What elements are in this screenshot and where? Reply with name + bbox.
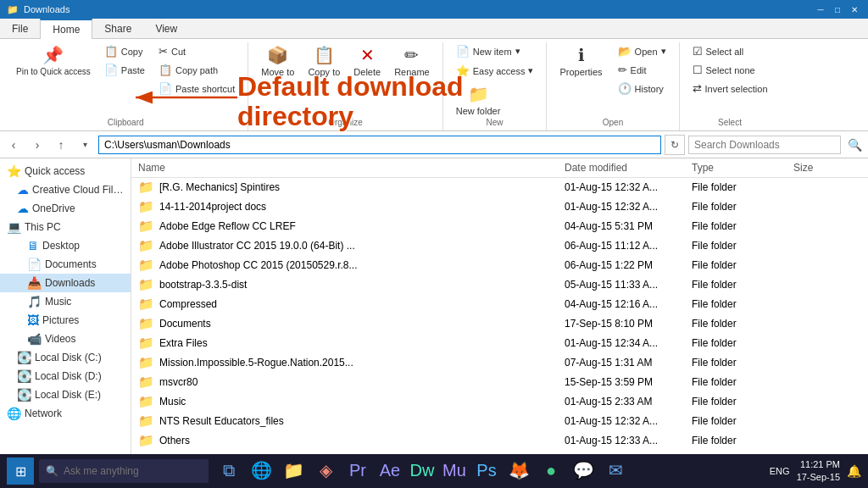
edge-button[interactable]: 🌐 [246, 456, 276, 486]
firefox-button[interactable]: 🦊 [504, 456, 534, 486]
easy-access-button[interactable]: ⭐ Easy access ▾ [450, 62, 540, 80]
table-row[interactable]: 📁 Documents 17-Sep-15 8:10 PM File folde… [131, 314, 868, 334]
table-row[interactable]: 📁 NTS Result Educators_files 01-Aug-15 1… [131, 412, 868, 431]
file-name-text: Compressed [159, 298, 217, 310]
file-date: 01-Aug-15 12:32 A... [565, 201, 692, 213]
paste-button[interactable]: 📄 Paste [98, 61, 151, 79]
chrome-button[interactable]: ● [536, 456, 566, 486]
select-none-button[interactable]: ☐ Select none [687, 61, 774, 79]
back-button[interactable]: ‹ [3, 135, 24, 155]
sidebar-item-local-disk-e[interactable]: 💽 Local Disk (E:) [0, 385, 131, 404]
muse-button[interactable]: Mu [439, 456, 470, 486]
sidebar-item-quick-access[interactable]: ⭐ Quick access [0, 162, 131, 180]
search-input[interactable] [688, 136, 841, 154]
properties-button[interactable]: ℹ Properties [554, 42, 608, 80]
table-row[interactable]: 📁 Adobe Illustrator CC 2015 19.0.0 (64-B… [131, 236, 868, 256]
open-button[interactable]: 📂 Open ▾ [612, 42, 672, 60]
sidebar-item-local-disk-c[interactable]: 💽 Local Disk (C:) [0, 348, 131, 367]
file-type-icon: 📁 [138, 316, 154, 331]
taskbar-date-value: 17-Sep-15 [797, 471, 840, 484]
file-name-text: Others [159, 435, 190, 446]
copy-path-button[interactable]: 📋 Copy path [153, 61, 241, 79]
ai-button[interactable]: ◈ [310, 456, 341, 486]
premiere-button[interactable]: Pr [342, 456, 373, 486]
file-date: 15-Sep-15 3:59 PM [565, 376, 692, 388]
sidebar-item-creative-cloud[interactable]: ☁ Creative Cloud Files [0, 180, 131, 199]
file-type: File folder [692, 318, 793, 330]
move-to-button[interactable]: 📦 Move to [255, 42, 300, 80]
table-row[interactable]: 📁 14-11-2014project docs 01-Aug-15 12:32… [131, 197, 868, 217]
edit-button[interactable]: ✏ Edit [612, 61, 672, 79]
tab-home[interactable]: Home [40, 19, 92, 39]
table-row[interactable]: 📁 Others 01-Aug-15 12:33 A... File folde… [131, 431, 868, 451]
close-button[interactable]: ✕ [848, 3, 861, 16]
table-row[interactable]: 📁 [R.G. Mechanics] Spintires 01-Aug-15 1… [131, 178, 868, 197]
table-row[interactable]: 📁 Mission.Impossible.5-Rogue.Nation.2015… [131, 353, 868, 373]
title-bar-left: 📁 Downloads [7, 4, 70, 15]
window-icon: 📁 [7, 4, 19, 15]
table-row[interactable]: 📁 Adobe Edge Reflow CC LREF 04-Aug-15 5:… [131, 217, 868, 236]
ae-button[interactable]: Ae [375, 456, 405, 486]
new-group: 📄 New item ▾ ⭐ Easy access ▾ 📁 New folde… [443, 42, 548, 130]
up-button[interactable]: ↑ [51, 135, 71, 155]
sidebar-item-desktop[interactable]: 🖥 Desktop [0, 236, 131, 255]
breadcrumb-expand-button[interactable]: ▾ [75, 135, 95, 155]
header-size[interactable]: Size [793, 162, 861, 174]
header-date[interactable]: Date modified [565, 162, 692, 174]
sidebar-item-documents[interactable]: 📄 Documents [0, 255, 131, 274]
taskbar-search-input[interactable] [64, 465, 191, 477]
header-name[interactable]: Name [138, 162, 565, 174]
sidebar-label: Creative Cloud Files [32, 184, 124, 196]
sidebar-item-local-disk-d[interactable]: 💽 Local Disk (D:) [0, 367, 131, 385]
tab-share[interactable]: Share [92, 19, 143, 38]
tab-view[interactable]: View [143, 19, 189, 38]
sidebar-item-network[interactable]: 🌐 Network [0, 404, 131, 423]
skype-button[interactable]: 💬 [568, 456, 598, 486]
minimize-button[interactable]: ─ [814, 3, 827, 16]
file-name-cell: 📁 Adobe Edge Reflow CC LREF [138, 219, 565, 234]
copy-to-button[interactable]: 📋 Copy to [302, 42, 346, 80]
mail-button[interactable]: ✉ [600, 456, 631, 486]
table-row[interactable]: 📁 Adobe Photoshop CC 2015 (20150529.r.8.… [131, 256, 868, 275]
header-type[interactable]: Type [692, 162, 793, 174]
file-explorer-button[interactable]: 📁 [278, 456, 309, 486]
copy-button[interactable]: 📋 Copy [98, 42, 151, 60]
table-row[interactable]: 📁 Compressed 04-Aug-15 12:16 A... File f… [131, 295, 868, 314]
rename-button[interactable]: ✏ Rename [388, 42, 436, 80]
sidebar-item-onedrive[interactable]: ☁ OneDrive [0, 199, 131, 218]
start-button[interactable]: ⊞ [7, 458, 34, 485]
sidebar-item-music[interactable]: 🎵 Music [0, 292, 131, 311]
table-row[interactable]: 📁 bootstrap-3.3.5-dist 05-Aug-15 11:33 A… [131, 275, 868, 295]
table-row[interactable]: 📁 msvcr80 15-Sep-15 3:59 PM File folder [131, 373, 868, 392]
forward-button[interactable]: › [27, 135, 47, 155]
taskbar-search[interactable]: 🔍 [39, 459, 209, 483]
select-all-button[interactable]: ☑ Select all [687, 42, 774, 60]
task-view-button[interactable]: ⧉ [214, 456, 244, 486]
new-folder-button[interactable]: 📁 New folder [450, 81, 507, 119]
address-bar[interactable] [98, 136, 661, 154]
search-button[interactable]: 🔍 [844, 135, 865, 155]
notification-icon[interactable]: 🔔 [847, 464, 861, 478]
new-item-button[interactable]: 📄 New item ▾ [450, 42, 526, 60]
sidebar-item-videos[interactable]: 📹 Videos [0, 330, 131, 348]
address-bar-container: ‹ › ↑ ▾ ↻ 🔍 [0, 131, 868, 158]
sidebar-item-this-pc[interactable]: 💻 This PC [0, 218, 131, 236]
sidebar-item-pictures[interactable]: 🖼 Pictures [0, 311, 131, 330]
table-row[interactable]: 📁 Music 01-Aug-15 2:33 AM File folder [131, 392, 868, 412]
tab-file[interactable]: File [0, 19, 40, 38]
file-name-cell: 📁 14-11-2014project docs [138, 199, 565, 214]
select-none-icon: ☐ [693, 64, 703, 76]
refresh-button[interactable]: ↻ [665, 135, 685, 155]
ps-button[interactable]: Ps [471, 456, 502, 486]
invert-selection-button[interactable]: ⇄ Invert selection [687, 80, 774, 97]
maximize-button[interactable]: □ [831, 3, 844, 16]
dreamweaver-button[interactable]: Dw [407, 456, 437, 486]
table-row[interactable]: 📁 Extra Files 01-Aug-15 12:34 A... File … [131, 334, 868, 353]
sidebar-item-downloads[interactable]: 📥 Downloads [0, 274, 131, 292]
delete-button[interactable]: ✕ Delete [348, 42, 387, 80]
cut-button[interactable]: ✂ Cut [153, 42, 241, 60]
file-date: 01-Aug-15 12:32 A... [565, 415, 692, 427]
paste-shortcut-button[interactable]: 📄 Paste shortcut [153, 80, 241, 97]
history-button[interactable]: 🕐 History [612, 80, 672, 97]
pin-to-quick-access-button[interactable]: 📌 Pin to Quick access [10, 42, 97, 80]
